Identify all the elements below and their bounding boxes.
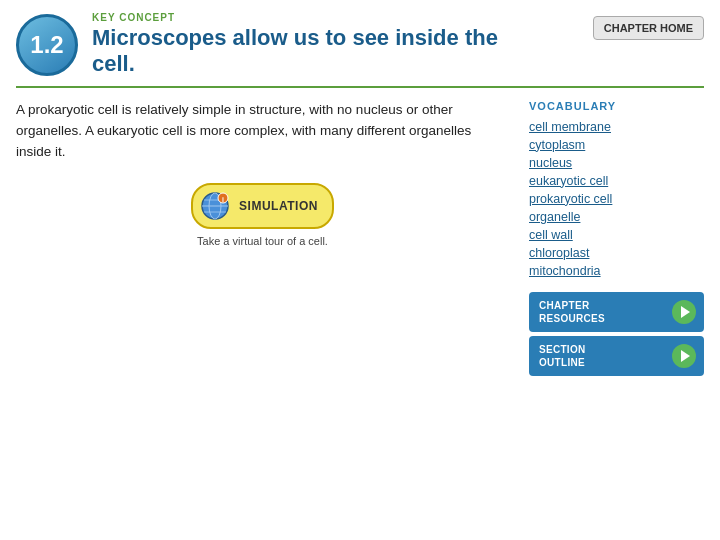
description-text: A prokaryotic cell is relatively simple … [16, 100, 509, 163]
vocab-item[interactable]: cell wall [529, 226, 704, 244]
header-text: KEY CONCEPT Microscopes allow us to see … [92, 12, 593, 78]
badge-number: 1.2 [30, 31, 63, 59]
main-title: Microscopes allow us to see inside the c… [92, 25, 593, 78]
simulation-label: SIMULATION [239, 199, 318, 213]
title-line1: Microscopes allow us to see inside the [92, 25, 498, 50]
main-content: A prokaryotic cell is relatively simple … [0, 88, 720, 448]
vocab-item[interactable]: nucleus [529, 154, 704, 172]
chapter-home-button[interactable]: CHAPTER HOME [593, 16, 704, 40]
right-panel: VOCABULARY cell membrane cytoplasm nucle… [529, 100, 704, 440]
vocabulary-header: VOCABULARY [529, 100, 704, 112]
vocab-item[interactable]: cytoplasm [529, 136, 704, 154]
key-concept-label: KEY CONCEPT [92, 12, 593, 23]
vocabulary-list: cell membrane cytoplasm nucleus eukaryot… [529, 118, 704, 280]
bottom-buttons: CHAPTERRESOURCES SECTIONOUTLINE [529, 292, 704, 376]
chapter-resources-button[interactable]: CHAPTERRESOURCES [529, 292, 704, 332]
left-panel: A prokaryotic cell is relatively simple … [16, 100, 529, 440]
vocab-item[interactable]: organelle [529, 208, 704, 226]
chapter-resources-label: CHAPTERRESOURCES [539, 299, 605, 325]
simulation-icon: i [199, 190, 231, 222]
play-triangle [681, 350, 690, 362]
svg-text:i: i [222, 196, 224, 203]
title-line2: cell. [92, 51, 135, 76]
vocab-item[interactable]: cell membrane [529, 118, 704, 136]
section-outline-play-icon [672, 344, 696, 368]
simulation-button[interactable]: i SIMULATION [191, 183, 334, 229]
vocab-item[interactable]: chloroplast [529, 244, 704, 262]
vocab-item[interactable]: mitochondria [529, 262, 704, 280]
play-triangle [681, 306, 690, 318]
vocab-item[interactable]: prokaryotic cell [529, 190, 704, 208]
vocab-item[interactable]: eukaryotic cell [529, 172, 704, 190]
section-outline-label: SECTIONOUTLINE [539, 343, 586, 369]
simulation-area: i SIMULATION Take a virtual tour of a ce… [16, 183, 509, 247]
simulation-description: Take a virtual tour of a cell. [197, 235, 328, 247]
section-outline-button[interactable]: SECTIONOUTLINE [529, 336, 704, 376]
header: 1.2 KEY CONCEPT Microscopes allow us to … [0, 0, 720, 86]
chapter-resources-play-icon [672, 300, 696, 324]
chapter-badge: 1.2 [16, 14, 78, 76]
